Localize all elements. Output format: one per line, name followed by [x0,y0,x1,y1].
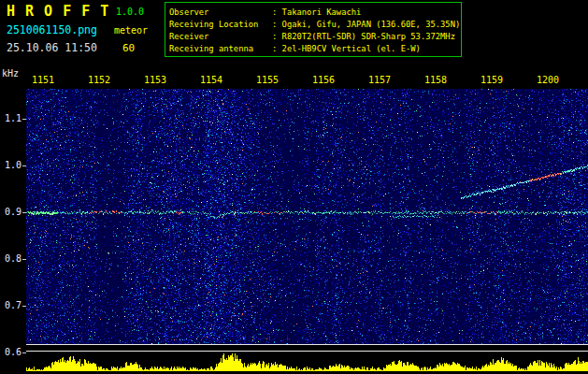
y-tick-label: 0.6 [0,347,22,357]
x-tick-label: 1158 [423,75,448,85]
x-tick-label: 1159 [480,75,504,85]
info-row-3: Receiving antenna: 2el-HB9CV Vertical (e… [169,43,461,55]
x-tick-label: 1157 [367,75,392,85]
x-tick-label: 1151 [31,75,55,85]
y-axis-unit-label: kHz [2,68,19,79]
info-row-1: Receiving Location: Ogaki, Gifu, JAPAN (… [169,19,461,31]
station-info-panel: Observer: Takanori KawachiReceiving Loca… [165,2,462,57]
datetime-label: 25.10.06 11:50 [7,41,97,54]
y-tick-label: 1.1 [0,113,22,123]
spectrogram-canvas [26,89,588,374]
app-title: H R O F F T [7,3,109,20]
y-tick-label: 1.0 [0,160,22,170]
info-row-value: : Takanori Kawachi [272,7,361,19]
x-tick-label: 1155 [255,75,280,85]
info-row-label: Receiver [169,31,272,43]
info-row-value: : Ogaki, Gifu, JAPAN (136.60E, 35.35N) [272,19,460,31]
y-tick-label: 0.9 [0,207,22,217]
info-row-value: : R820T2(RTL-SDR) SDR-Sharp 53.372MHz [272,31,455,43]
info-row-0: Observer: Takanori Kawachi [169,7,461,19]
x-tick-label: 1200 [536,75,560,85]
x-tick-label: 1156 [311,75,336,85]
x-tick-label: 1154 [199,75,223,85]
info-row-value: : 2el-HB9CV Vertical (el. E-W) [272,43,421,55]
info-row-label: Observer [169,7,272,19]
output-filename: 2510061150.png [7,23,97,36]
x-tick-label: 1152 [87,75,111,85]
info-row-2: Receiver: R820T2(RTL-SDR) SDR-Sharp 53.3… [169,31,461,43]
x-tick-label: 1153 [143,75,167,85]
y-tick-label: 0.7 [0,300,22,310]
mode-label: meteor [114,25,148,36]
info-row-label: Receiving antenna [169,43,272,55]
hrofft-window: H R O F F T 1.0.0 2510061150.png meteor … [0,0,588,374]
app-version: 1.0.0 [116,7,144,17]
info-row-label: Receiving Location [169,19,272,31]
duration-label: 60 [122,42,135,54]
y-tick-label: 0.8 [0,253,22,264]
